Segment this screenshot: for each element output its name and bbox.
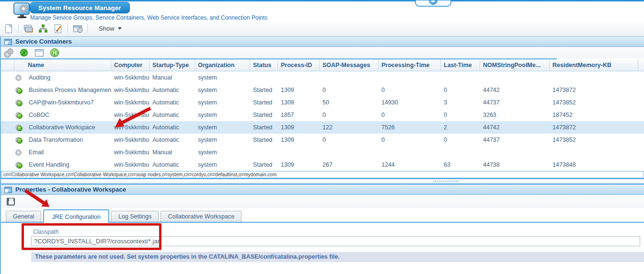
table-row[interactable]: Event Handlingwin-5skkmburAutomaticsyste… [1, 159, 644, 171]
cell: 1473852 [550, 137, 638, 143]
column-header-icon[interactable] [1, 59, 14, 71]
cell: 0 [379, 112, 441, 118]
save-button[interactable] [5, 196, 16, 207]
table-row[interactable]: Auditingwin-5skkmburManualsystem [1, 71, 644, 84]
service-groups-icon [24, 25, 33, 32]
cell: Automatic [150, 112, 195, 118]
column-header-last-time[interactable]: Last-Time [441, 59, 480, 71]
cell: 267 [320, 161, 379, 168]
cell: 0 [320, 112, 379, 118]
panel-splitter[interactable] [1, 178, 644, 184]
cell: Manual [150, 149, 195, 156]
column-header-processing-time[interactable]: Processing-Time [379, 59, 441, 71]
jre-configuration-tab-content: Classpath These parameters are not used.… [1, 223, 644, 274]
cell: 14930 [379, 99, 441, 106]
panel-window-icon [4, 39, 12, 45]
web-service-interface-button[interactable] [72, 23, 83, 34]
service-status-icon [1, 125, 26, 131]
column-header-soap-messages[interactable]: SOAP-Messages [320, 59, 379, 71]
cell: 1473848 [550, 161, 638, 168]
pause-icon [50, 48, 59, 57]
cell: Started [250, 99, 278, 106]
column-header-process-id[interactable]: Process-ID [278, 59, 320, 71]
selected-dn-status-bar: cn=Collaborative Workspace,cn=Collaborat… [1, 171, 644, 178]
edit-document-icon [55, 24, 61, 33]
cell: system [195, 99, 250, 106]
grid-view-button[interactable] [34, 47, 45, 58]
service-status-icon [1, 87, 26, 93]
grid-body: Auditingwin-5skkmburManualsystemBusiness… [1, 71, 644, 171]
cell: 44742 [480, 87, 550, 93]
system-resource-manager-window: { "window": { "title": "System Resource … [0, 0, 644, 274]
cell: system [195, 112, 250, 118]
cell: system [195, 161, 250, 168]
column-header-nomstringpoolme-[interactable]: NOMStringPoolMe... [480, 59, 550, 71]
table-row[interactable]: CAP@win-5skkmburvo7win-5skkmburAutomatic… [1, 96, 644, 109]
tab-general[interactable]: General [6, 211, 41, 222]
column-header-name[interactable]: Name [14, 59, 111, 71]
cell: 44737 [480, 99, 550, 106]
cell: 7526 [379, 124, 441, 131]
cell: 3 [441, 99, 480, 106]
main-toolbar: Show [0, 21, 644, 36]
cell: 2 [441, 124, 480, 131]
service-containers-panel-header: Service Containers [1, 36, 644, 47]
cell: Started [250, 124, 278, 131]
table-row[interactable]: Data Transformationwin-5skkmburAutomatic… [1, 134, 644, 146]
classpath-label: Classpath [33, 228, 644, 235]
cell: 0 [379, 137, 441, 143]
edit-document-button[interactable] [53, 23, 63, 34]
pause-monitor-button[interactable] [49, 47, 60, 58]
page-subtitle: Manage Service Groups, Service Container… [30, 14, 267, 21]
cell: Automatic [150, 99, 195, 106]
column-header-computer[interactable]: Computer [111, 59, 150, 71]
cell: Automatic [150, 161, 195, 168]
classpath-input[interactable] [31, 236, 640, 246]
column-header-organization[interactable]: Organization [195, 59, 250, 71]
cell: Started [250, 137, 278, 143]
cell: Automatic [150, 124, 195, 131]
tab-log-settings[interactable]: Log Settings [111, 211, 159, 222]
collapse-panel-button[interactable] [415, 0, 451, 7]
tab-jre-configuration[interactable]: JRE Configuration [43, 209, 109, 223]
parameters-note: These parameters are not used. Set syste… [31, 252, 644, 262]
window-header: System Resource Manager Manage Service G… [0, 1, 644, 21]
cell: 63 [441, 161, 480, 168]
cell: win-5skkmbur [111, 137, 150, 143]
column-header-startup-type[interactable]: Startup-Type [150, 59, 195, 71]
cell: 44737 [480, 137, 550, 143]
settings-button[interactable] [3, 47, 14, 58]
show-dropdown-button[interactable]: Show [96, 25, 125, 32]
app-panels: Service Containers NameComputerStartup-T… [0, 36, 644, 274]
service-status-icon [1, 162, 26, 168]
cell: system [195, 87, 250, 93]
gears-icon [4, 48, 14, 57]
properties-tabs: GeneralJRE ConfigurationLog SettingsColl… [1, 208, 644, 222]
table-row[interactable]: CoBOCwin-5skkmburAutomaticsystemStarted1… [1, 109, 644, 121]
cell: 1309 [278, 137, 320, 143]
cell: Business Process Management [26, 87, 111, 93]
refresh-button[interactable] [19, 47, 29, 58]
service-groups-button[interactable] [23, 23, 34, 34]
splitter-grip-icon[interactable] [434, 181, 459, 183]
table-row[interactable]: Emailwin-5skkmburManualsystem [1, 146, 644, 159]
table-row[interactable]: Collaborative Workspacewin-5skkmburAutom… [1, 121, 644, 134]
table-row[interactable]: Business Process Managementwin-5skkmburA… [1, 84, 644, 96]
column-header-status[interactable]: Status [250, 59, 278, 71]
cell: system [195, 74, 250, 81]
new-document-button[interactable] [3, 23, 14, 34]
cell: Event Handling [26, 161, 111, 168]
cell: 0 [441, 137, 480, 143]
service-container-tree-button[interactable] [38, 23, 48, 34]
column-header-residentmemory-kb[interactable]: ResidentMemory-KB [550, 59, 638, 71]
save-floppy-icon [7, 198, 15, 206]
tab-collaborative-workspace[interactable]: Collaborative Workspace [161, 211, 242, 222]
cell: 1309 [278, 99, 320, 106]
cell: 1309 [278, 124, 320, 131]
org-tree-icon [39, 24, 47, 33]
panel-window-icon [4, 187, 12, 193]
cell: Started [250, 87, 278, 93]
cell: Manual [150, 74, 195, 81]
grid-header: NameComputerStartup-TypeOrganizationStat… [1, 59, 644, 71]
collapse-up-arrow-icon [429, 0, 437, 5]
